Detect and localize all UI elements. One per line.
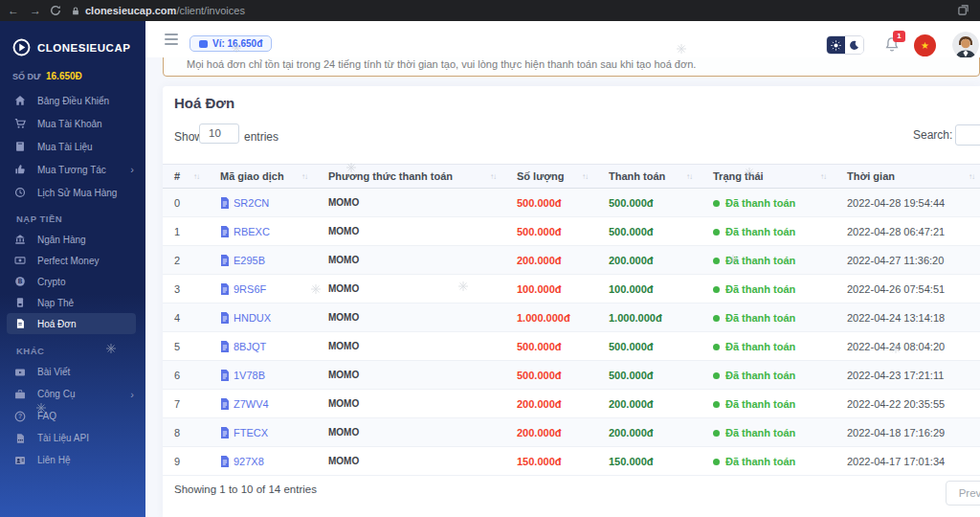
invoice-code-link[interactable]: HNDUX [234, 312, 271, 324]
invoice-code-link[interactable]: 1V78B [234, 370, 265, 381]
browser-forward-icon[interactable]: → [30, 0, 41, 21]
sidebar-item-mua-t-ng-t-c[interactable]: Mua Tương Tác› [0, 158, 145, 181]
cell-code[interactable]: Z7WV4 [209, 390, 317, 418]
table-row: 9927X8MOMO150.000đ150.000đĐã thanh toán2… [163, 447, 980, 476]
balance-value: 16.650Đ [46, 71, 82, 81]
table-info: Showing 1 to 10 of 14 entries [174, 483, 317, 495]
cell-code[interactable]: E295B [209, 246, 317, 275]
browser-reload-icon[interactable] [50, 5, 61, 16]
sidebar-item-li-n-h[interactable]: Liên Hệ [0, 449, 145, 471]
sidebar-item-label: Bài Viết [37, 367, 70, 377]
sidebar-item-ng-n-h-ng[interactable]: Ngân Hàng [0, 229, 145, 250]
cell-code[interactable]: 8BJQT [209, 332, 317, 361]
cell-index: 1 [163, 217, 209, 246]
sidebar-item-b-ng-i-u-khi-n[interactable]: Bảng Điều Khiển [0, 89, 145, 112]
invoice-code-link[interactable]: FTECX [234, 427, 268, 438]
cell-code[interactable]: RBEXC [209, 217, 317, 246]
col-header-ph-ng-th-c-thanh-to-n[interactable]: Phương thức thanh toán↑↓ [317, 165, 505, 189]
url-bar[interactable]: clonesieucap.com/client/invoices [85, 5, 245, 16]
sort-icon: ↑↓ [490, 172, 496, 181]
col-header-thanh-to-n[interactable]: Thanh toán↑↓ [597, 165, 702, 189]
sidebar-item-label: Mua Tài Liệu [37, 142, 93, 152]
status-text: Đã thanh toán [725, 312, 795, 324]
cell-amount: 200.000đ [505, 246, 597, 275]
vietnam-flag-icon[interactable]: ★ [914, 34, 936, 56]
nav-section-kh-c: KHÁC [0, 340, 145, 361]
col-header-th-i-gian[interactable]: Thời gian↑↓ [835, 165, 980, 189]
search-input[interactable] [955, 124, 980, 146]
invoice-code-link[interactable]: 8BJQT [234, 341, 266, 352]
cell-paid: 200.000đ [597, 390, 702, 418]
cell-time: 2022-04-28 06:47:21 [835, 217, 980, 246]
col-header-tr-ng-th-i[interactable]: Trạng thái↑↓ [702, 165, 835, 189]
invoice-code-link[interactable]: SR2CN [234, 197, 269, 209]
cell-method: MOMO [317, 275, 505, 303]
wallet-icon [199, 40, 208, 48]
invoice-code-link[interactable]: RBEXC [234, 226, 270, 237]
alert-text: Mọi hoá đơn chỉ tồn tại trong 24 tiếng t… [187, 58, 696, 70]
status-text: Đã thanh toán [725, 226, 795, 237]
cell-method: MOMO [317, 217, 505, 246]
sidebar-item-ho-n[interactable]: Hoá Đơn [7, 313, 136, 334]
sort-icon: ↑↓ [193, 172, 199, 181]
cell-code[interactable]: SR2CN [209, 189, 317, 217]
browser-menu-icon[interactable] [958, 2, 969, 19]
sun-icon[interactable] [827, 36, 845, 54]
book-icon [14, 141, 26, 152]
alert-banner: Mọi hoá đơn chỉ tồn tại trong 24 tiếng t… [163, 57, 980, 77]
cell-code[interactable]: 9RS6F [209, 275, 317, 303]
cell-paid: 200.000đ [597, 246, 702, 275]
page-length-select[interactable]: 10 [199, 124, 239, 144]
cell-paid: 1.000.000đ [597, 303, 702, 332]
status-dot [713, 459, 720, 465]
sidebar-item-label: Crypto [37, 277, 65, 287]
brand-logo[interactable]: CLONESIEUCAP [0, 21, 145, 61]
sidebar-item-n-p-th[interactable]: Nạp Thẻ [0, 292, 145, 313]
snowflake-icon [728, 251, 738, 268]
menu-toggle-icon[interactable] [165, 34, 178, 48]
sidebar-item-mua-t-i-kho-n[interactable]: Mua Tài Khoản [0, 112, 145, 135]
video-icon [14, 367, 26, 378]
cell-index: 8 [163, 418, 209, 447]
invoice-code-link[interactable]: E295B [234, 255, 265, 266]
main-area: Ví: 16.650đ 1 ★ Mọi hoá đơn chỉ tồn tại … [145, 21, 980, 517]
col-header-s-l-ng[interactable]: Số lượng↑↓ [505, 165, 597, 189]
invoice-file-icon [220, 341, 230, 352]
page-title: Hoá Đơn [174, 95, 234, 111]
invoice-code-link[interactable]: 9RS6F [234, 283, 266, 295]
status-dot [713, 315, 720, 322]
cell-paid: 150.000đ [597, 447, 702, 476]
snowflake-icon [36, 399, 46, 416]
cell-method: MOMO [317, 189, 505, 217]
col-header-index[interactable]: #↑↓ [163, 165, 209, 189]
invoice-code-link[interactable]: Z7WV4 [234, 398, 269, 410]
sidebar-item-t-i-li-u-api[interactable]: Tài Liệu API [0, 427, 145, 449]
avatar[interactable] [952, 32, 979, 58]
browser-back-icon[interactable]: ← [8, 0, 19, 21]
status-text: Đã thanh toán [725, 341, 795, 352]
cell-code[interactable]: HNDUX [209, 303, 317, 332]
theme-toggle[interactable] [826, 35, 864, 55]
cell-code[interactable]: FTECX [209, 418, 317, 447]
sidebar-item-faq[interactable]: ?FAQ [0, 405, 145, 427]
sidebar-item-c-ng-c[interactable]: Công Cụ› [0, 383, 145, 405]
sidebar-item-label: Tài Liệu API [37, 433, 89, 443]
col-header-m-giao-d-ch[interactable]: Mã giao dịch↑↓ [209, 165, 317, 189]
invoice-file-icon [220, 283, 230, 295]
status-text: Đã thanh toán [725, 398, 795, 410]
question-icon: ? [14, 411, 26, 422]
sidebar-item-b-i-vi-t[interactable]: Bài Viết [0, 361, 145, 383]
sidebar-item-l-ch-s-mua-h-ng[interactable]: Lịch Sử Mua Hàng [0, 181, 145, 204]
moon-icon[interactable] [845, 36, 863, 54]
cell-status: Đã thanh toán [702, 217, 835, 246]
previous-button[interactable]: Previous [946, 481, 980, 506]
invoice-code-link[interactable]: 927X8 [234, 456, 264, 467]
cell-code[interactable]: 927X8 [209, 447, 317, 476]
cell-method: MOMO [317, 332, 505, 361]
sidebar-item-perfect-money[interactable]: Perfect Money [0, 250, 145, 271]
cell-code[interactable]: 1V78B [209, 361, 317, 390]
sidebar-item-crypto[interactable]: BCrypto [0, 271, 145, 292]
sidebar-item-mua-t-i-li-u[interactable]: Mua Tài Liệu [0, 135, 145, 158]
notification-badge[interactable]: 1 [893, 31, 905, 42]
invoice-file-icon [220, 226, 230, 237]
